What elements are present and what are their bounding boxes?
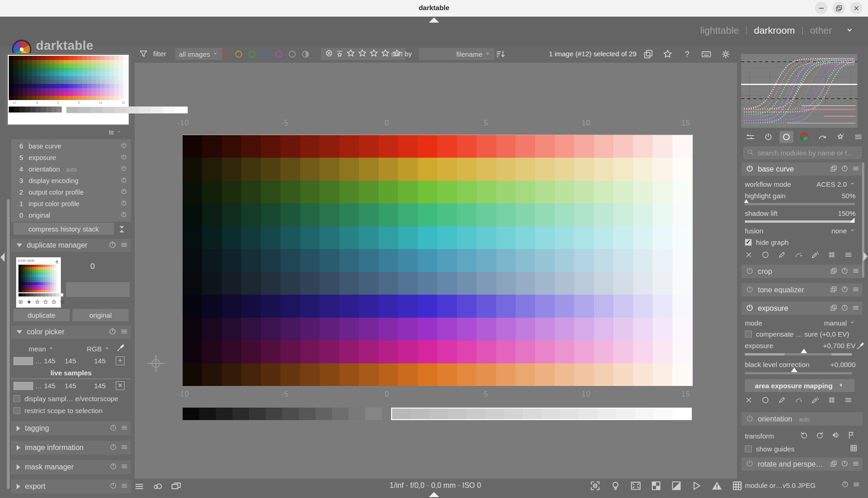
module-order-row[interactable]: module or… v5.0 JPEG bbox=[745, 480, 860, 490]
multi-instance-icon[interactable] bbox=[830, 285, 838, 295]
duplicate-rating[interactable] bbox=[18, 298, 65, 306]
group-effects-icon[interactable] bbox=[833, 131, 847, 143]
black-level-slider[interactable] bbox=[745, 372, 852, 374]
presets-icon[interactable] bbox=[120, 443, 128, 452]
module-exposure[interactable]: exposure bbox=[742, 302, 862, 315]
add-sample-button[interactable] bbox=[116, 356, 125, 365]
group-basic-icon[interactable] bbox=[761, 131, 775, 143]
mask-off-icon[interactable] bbox=[744, 250, 753, 261]
presets-menu-icon[interactable] bbox=[851, 131, 865, 143]
iso12646-lamp-icon[interactable] bbox=[610, 480, 621, 493]
second-window-icon[interactable] bbox=[171, 481, 182, 493]
multi-instance-icon[interactable] bbox=[830, 304, 838, 313]
group-correct-icon[interactable] bbox=[815, 131, 829, 143]
mask-parametric-icon[interactable] bbox=[794, 250, 803, 261]
multi-instance-icon[interactable] bbox=[830, 460, 838, 469]
presets-icon[interactable] bbox=[120, 424, 128, 433]
hamburger-icon[interactable] bbox=[134, 481, 145, 493]
mask-parametric-icon[interactable] bbox=[794, 396, 803, 406]
left-panel-scrollbar[interactable] bbox=[7, 199, 10, 489]
guide-grid-icon[interactable] bbox=[731, 480, 743, 493]
picker-statistic-dropdown[interactable]: mean bbox=[29, 345, 54, 353]
picker-colorspace-dropdown[interactable]: RGB bbox=[87, 345, 110, 353]
color-label-1-icon[interactable] bbox=[234, 49, 244, 60]
live-sample-swatch[interactable] bbox=[13, 382, 33, 390]
history-item-orientation[interactable]: 4orientation· auto bbox=[11, 163, 131, 175]
checkbox[interactable] bbox=[745, 445, 752, 452]
color-label-4-icon[interactable] bbox=[274, 49, 284, 60]
history-item-input-color-profile[interactable]: 1input color profile bbox=[11, 198, 131, 209]
eyedropper-icon[interactable] bbox=[116, 343, 125, 352]
section-image-information[interactable]: image information bbox=[11, 441, 131, 455]
presets-icon[interactable] bbox=[120, 482, 128, 491]
star-icon[interactable] bbox=[43, 298, 48, 306]
color-assessment-icon[interactable] bbox=[650, 480, 662, 493]
reset-icon[interactable] bbox=[108, 327, 117, 337]
section-export[interactable]: export bbox=[11, 480, 131, 493]
presets-icon[interactable] bbox=[852, 304, 860, 313]
highlight-gain-row[interactable]: highlight gain 50% bbox=[745, 192, 856, 200]
close-button[interactable] bbox=[850, 2, 862, 14]
navigation-thumbnail[interactable]: -10-5051015 bbox=[6, 53, 131, 126]
multi-instance-icon[interactable] bbox=[830, 267, 838, 276]
blend-menu-icon[interactable] bbox=[844, 250, 853, 261]
group-tone-icon[interactable] bbox=[779, 131, 793, 143]
color-label-0-icon[interactable] bbox=[220, 49, 230, 60]
presets-icon[interactable] bbox=[120, 462, 128, 472]
mask-drawn-icon[interactable] bbox=[761, 396, 770, 406]
mask-drawn-icon[interactable] bbox=[761, 250, 770, 261]
module-crop[interactable]: crop bbox=[742, 265, 862, 278]
compress-icon[interactable] bbox=[117, 224, 127, 234]
clipping-indicator-icon[interactable] bbox=[671, 480, 682, 493]
help-icon[interactable]: ? bbox=[682, 49, 692, 61]
checkbox-checked[interactable] bbox=[745, 239, 752, 246]
shadow-lift-slider[interactable] bbox=[745, 220, 855, 223]
presets-icon[interactable] bbox=[852, 267, 860, 276]
checkbox[interactable] bbox=[13, 407, 20, 414]
scope-waveform[interactable] bbox=[741, 54, 857, 128]
module-rotate-perspective[interactable]: rotate and perspe… bbox=[742, 457, 862, 471]
eyedropper-icon[interactable] bbox=[856, 341, 865, 350]
unstarred-filter-icon[interactable] bbox=[335, 49, 344, 59]
minimize-button[interactable] bbox=[815, 2, 827, 14]
mask-pencil-icon[interactable] bbox=[778, 396, 786, 406]
area-exposure-mapping-button[interactable]: area exposure mapping bbox=[745, 379, 855, 392]
shadow-lift-row[interactable]: shadow lift 150% bbox=[745, 209, 856, 217]
filmstrip-expander[interactable] bbox=[429, 492, 439, 497]
color-label-5-icon[interactable] bbox=[287, 49, 297, 60]
history-item-base-curve[interactable]: 6base curve bbox=[11, 140, 131, 152]
softproof-icon[interactable] bbox=[691, 480, 702, 493]
checkbox[interactable] bbox=[745, 331, 752, 338]
top-panel-expander[interactable] bbox=[429, 18, 439, 23]
reset-icon[interactable] bbox=[841, 267, 849, 276]
snapshots-icon[interactable] bbox=[152, 481, 163, 493]
duplicate-button[interactable]: duplicate bbox=[13, 309, 70, 321]
fit-to-screen-icon[interactable] bbox=[630, 480, 642, 493]
section-duplicate-manager[interactable]: duplicate manager bbox=[11, 239, 131, 252]
rotate-cw-icon[interactable] bbox=[815, 431, 824, 441]
mask-raster-icon[interactable] bbox=[827, 250, 836, 261]
group-active-icon[interactable] bbox=[743, 131, 757, 143]
reset-icon[interactable] bbox=[109, 424, 117, 433]
compress-history-button[interactable]: compress history stack bbox=[13, 223, 114, 235]
guides-grid-icon[interactable] bbox=[850, 444, 858, 454]
preferences-gear-icon[interactable] bbox=[720, 49, 731, 61]
flip-horizontal-icon[interactable] bbox=[831, 431, 840, 441]
right-panel-collapse-arrow[interactable] bbox=[863, 252, 868, 261]
star-icon[interactable] bbox=[35, 298, 40, 306]
workflow-mode-row[interactable]: workflow mode ACES 2.0 bbox=[745, 180, 856, 188]
blend-menu-icon[interactable] bbox=[844, 396, 853, 406]
presets-icon[interactable] bbox=[120, 241, 128, 250]
filter-scope-dropdown[interactable]: all images bbox=[175, 48, 222, 60]
zoom-mode-dropdown[interactable]: fit bbox=[109, 129, 122, 136]
reject-icon[interactable] bbox=[18, 298, 24, 306]
exposure-slider[interactable] bbox=[745, 353, 852, 356]
duplicate-thumbnail[interactable]: EXR HDR bbox=[16, 257, 61, 308]
reject-filter-icon[interactable] bbox=[325, 49, 333, 59]
maximize-button[interactable] bbox=[832, 2, 845, 14]
power-icon[interactable] bbox=[745, 414, 754, 424]
star-icon[interactable] bbox=[59, 298, 65, 306]
tab-darkroom[interactable]: darkroom bbox=[754, 25, 795, 36]
module-base-curve[interactable]: base curve bbox=[742, 162, 862, 176]
star-icon[interactable] bbox=[51, 298, 57, 306]
